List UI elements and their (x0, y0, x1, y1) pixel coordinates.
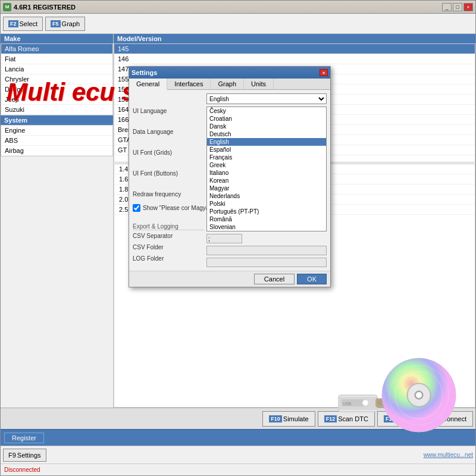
show-confirm-checkbox[interactable] (133, 204, 140, 212)
main-window: M 4.6R1 REGISTERED _ □ × F2 Select F5 Gr… (0, 0, 476, 476)
dialog-overlay: Settings × General Interfaces Graph Unit… (1, 1, 475, 475)
lang-portuguese[interactable]: Português (PT-PT) (207, 208, 326, 215)
export-logging-label: Export & Logging (133, 223, 204, 230)
lang-croatian[interactable]: Croatian (207, 115, 326, 123)
lang-dansk[interactable]: Dansk (207, 123, 326, 130)
dialog-title: Settings (131, 69, 157, 76)
label-redraw-freq: Redraw frequency (133, 190, 204, 199)
lang-polski[interactable]: Polski (207, 200, 326, 208)
lang-slovenian[interactable]: Slovenian (207, 223, 326, 231)
lang-francais[interactable]: Français (207, 154, 326, 161)
label-data-language: Data Language (133, 127, 204, 136)
dialog-footer: Cancel OK (129, 271, 330, 287)
dialog-title-bar: Settings × (129, 67, 330, 79)
dialog-controls: × (320, 69, 328, 76)
dialog-labels: UI Language Data Language UI Font (Grids… (133, 93, 204, 267)
language-listbox[interactable]: Česky Croatian Dansk Deutsch English Esp… (206, 107, 327, 231)
lang-nederlands[interactable]: Nederlands (207, 192, 326, 200)
log-folder-input[interactable] (206, 258, 327, 267)
lang-magyar[interactable]: Magyar (207, 184, 326, 192)
lang-deutsch[interactable]: Deutsch (207, 130, 326, 138)
dialog-close-button[interactable]: × (320, 69, 328, 76)
lang-italiano[interactable]: Italiano (207, 169, 326, 177)
lang-greek[interactable]: Greek (207, 161, 326, 169)
lang-srpski-lat[interactable]: Srpski-LAT (207, 231, 326, 231)
dialog-tabs: General Interfaces Graph Units (129, 79, 330, 90)
settings-dialog: Settings × General Interfaces Graph Unit… (129, 66, 331, 287)
show-confirm-label: Show "Please cor Magyar" (143, 203, 213, 212)
dialog-controls-area: English Česky Croatian Dansk Deutsch Eng… (206, 93, 327, 267)
dialog-content: UI Language Data Language UI Font (Grids… (129, 90, 330, 271)
log-folder-label: LOG Folder (133, 254, 204, 263)
cancel-button[interactable]: Cancel (254, 274, 295, 284)
tab-interfaces[interactable]: Interfaces (167, 79, 211, 89)
interface-select[interactable]: English (206, 93, 327, 104)
csv-folder-input[interactable] (206, 246, 327, 255)
lang-cesky[interactable]: Česky (207, 107, 326, 115)
tab-units[interactable]: Units (244, 79, 274, 89)
show-confirm-row: Show "Please cor Magyar" (133, 203, 204, 212)
label-ui-font-grids: UI Font (Grids) (133, 148, 204, 157)
lang-espanol[interactable]: Español (207, 146, 326, 154)
csv-separator-label: CSV Separator (133, 231, 204, 240)
lang-korean[interactable]: Korean (207, 177, 326, 184)
lang-english[interactable]: English (207, 138, 326, 146)
ok-button[interactable]: OK (297, 274, 327, 284)
label-ui-language: UI Language (133, 107, 204, 115)
label-ui-font-buttons: UI Font (Buttons) (133, 169, 204, 178)
csv-folder-label: CSV Folder (133, 243, 204, 252)
tab-general[interactable]: General (129, 79, 167, 90)
tab-graph[interactable]: Graph (211, 79, 244, 89)
lang-romana[interactable]: Română (207, 215, 326, 223)
csv-separator-input[interactable] (206, 234, 242, 243)
